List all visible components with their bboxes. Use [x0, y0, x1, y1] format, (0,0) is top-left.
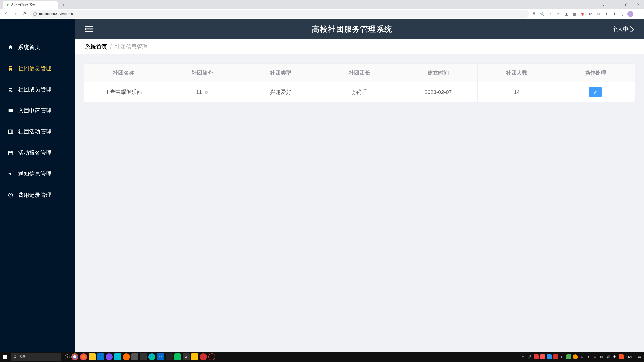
collapse-menu-button[interactable]: [85, 26, 93, 32]
sidebar-item-club-info[interactable]: 社团信息管理: [0, 58, 75, 79]
taskbar-app-gray1[interactable]: [131, 353, 138, 360]
svg-point-14: [14, 356, 16, 358]
taskbar-search[interactable]: 搜索: [11, 353, 61, 361]
svg-rect-11: [5, 355, 7, 357]
tray-mic-icon[interactable]: 🎤: [527, 354, 532, 359]
envelope-icon: [8, 108, 14, 113]
edit-button[interactable]: [589, 87, 602, 97]
app-header: 高校社团服务管理系统 个人中心: [75, 19, 644, 39]
shield-icon[interactable]: ◉: [579, 11, 586, 17]
taskbar-app-yellow[interactable]: [191, 353, 198, 360]
share-icon[interactable]: ⇪: [547, 11, 553, 17]
panel-icon[interactable]: ▯: [619, 11, 626, 17]
reload-button[interactable]: [21, 10, 28, 17]
window-minimize-button[interactable]: —: [609, 0, 621, 9]
sidebar-item-activity[interactable]: 社团活动管理: [0, 121, 75, 142]
tray-p3-icon[interactable]: ♣: [592, 354, 597, 359]
back-button[interactable]: [3, 10, 10, 17]
taskbar-app-explorer[interactable]: [89, 353, 96, 360]
tray-red3-icon[interactable]: [553, 354, 558, 359]
taskbar-app-firefox[interactable]: [80, 353, 87, 360]
sidebar-item-fee[interactable]: 费用记录管理: [0, 185, 75, 206]
sidebar-item-members[interactable]: 社团成员管理: [0, 79, 75, 100]
tray-net-icon[interactable]: ▥: [599, 354, 604, 359]
tray-red1-icon[interactable]: [534, 354, 539, 359]
browser-tab[interactable]: 高校社团服务系统 ✕: [3, 1, 58, 9]
svg-point-1: [11, 88, 12, 89]
taskbar-app-gray2[interactable]: [140, 353, 147, 360]
breadcrumb-current: 社团信息管理: [115, 43, 148, 51]
tray-green-icon[interactable]: [566, 354, 571, 359]
club-table: 社团名称 社团简介 社团类型 社团团长 建立时间 社团人数 操作处理 王者荣耀俱…: [84, 63, 635, 102]
taskbar-app-edge[interactable]: [148, 353, 155, 360]
svg-rect-12: [3, 357, 5, 359]
tray-orange-icon[interactable]: [573, 354, 578, 359]
sidebar-item-label: 系统首页: [18, 43, 40, 51]
window-dropdown-icon[interactable]: ⌄: [598, 0, 609, 9]
profile-avatar[interactable]: [627, 11, 633, 17]
address-bar: i localhost:8080/#/teams ⚿ 🔍 ⇪ ☆ ▣ ▤ ◉ ✿…: [0, 9, 644, 19]
svg-rect-7: [85, 31, 93, 32]
leaf-icon[interactable]: ✿: [587, 11, 594, 17]
tray-p2-icon[interactable]: ♣: [586, 354, 591, 359]
tray-ime-icon[interactable]: 中: [612, 354, 617, 359]
site-info-icon[interactable]: i: [33, 12, 37, 16]
start-button[interactable]: [0, 352, 10, 362]
tray-notification-icon[interactable]: ▭: [637, 354, 642, 359]
taskbar-app-dark[interactable]: [166, 353, 173, 360]
sidebar-item-label: 活动报名管理: [18, 149, 51, 157]
taskbar-app-cortana[interactable]: ○: [65, 354, 70, 359]
menu-icon[interactable]: ⋮: [635, 11, 641, 17]
taskbar-app-rec[interactable]: [208, 353, 215, 360]
taskbar-app-w[interactable]: W: [183, 353, 190, 360]
cell-leader: 孙尚香: [320, 82, 399, 102]
tray-p1-icon[interactable]: ♣: [579, 354, 584, 359]
svg-rect-5: [85, 26, 93, 27]
taskbar-app-red[interactable]: [200, 353, 207, 360]
sidebar-item-home[interactable]: 系统首页: [0, 37, 75, 58]
forward-button[interactable]: [12, 10, 19, 17]
users-icon: [8, 87, 14, 92]
tray-red2-icon[interactable]: [540, 354, 545, 359]
taskbar-app-u[interactable]: U: [157, 353, 164, 360]
tray-vol-icon[interactable]: 🔊: [606, 354, 611, 359]
key-icon[interactable]: ⚿: [531, 11, 537, 17]
tray-chevron-up-icon[interactable]: ^: [520, 354, 526, 359]
tray-fire-icon[interactable]: [619, 354, 624, 359]
zoom-icon[interactable]: 🔍: [539, 11, 545, 17]
puzzle-icon[interactable]: ✦: [603, 11, 610, 17]
sidebar-item-application[interactable]: 入团申请管理: [0, 100, 75, 121]
breadcrumb-root[interactable]: 系统首页: [85, 43, 107, 51]
breadcrumb-separator: /: [110, 43, 112, 50]
taskbar-app-orange[interactable]: [123, 353, 130, 360]
sidebar-item-notice[interactable]: 通知信息管理: [0, 163, 75, 185]
personal-center-link[interactable]: 个人中心: [612, 25, 634, 33]
copy-icon[interactable]: [204, 90, 208, 94]
search-icon: [14, 355, 17, 359]
sidebar-item-label: 通知信息管理: [18, 170, 51, 178]
copy-icon[interactable]: ⧉: [595, 11, 602, 17]
download-icon[interactable]: ⬇: [611, 11, 618, 17]
window-maximize-button[interactable]: ▢: [621, 0, 632, 9]
close-tab-icon[interactable]: ✕: [52, 3, 55, 7]
wallet-icon[interactable]: ▤: [571, 11, 578, 17]
taskbar-app-purple[interactable]: [106, 353, 113, 360]
star-icon[interactable]: ☆: [555, 11, 561, 17]
tray-gray-icon[interactable]: ◐: [560, 354, 565, 359]
taskbar-app-teal[interactable]: [114, 353, 121, 360]
new-tab-button[interactable]: +: [60, 2, 67, 8]
url-text: localhost:8080/#/teams: [39, 12, 73, 16]
table-icon: [8, 129, 14, 134]
window-close-button[interactable]: ✕: [632, 0, 644, 9]
sidebar: 系统首页 社团信息管理 社团成员管理 入团申请管理 社团活动管理: [0, 19, 75, 352]
sidebar-item-label: 社团成员管理: [18, 86, 51, 93]
tray-clock[interactable]: 16:10: [626, 355, 634, 359]
taskbar-app-wechat[interactable]: [174, 353, 181, 360]
taskbar-apps: ○ U W: [65, 353, 215, 360]
url-field[interactable]: i localhost:8080/#/teams: [30, 10, 529, 18]
camera-icon[interactable]: ▣: [563, 11, 570, 17]
tray-blue-icon[interactable]: [547, 354, 552, 359]
taskbar-app-store[interactable]: [97, 353, 104, 360]
taskbar-app-chrome[interactable]: [71, 353, 78, 360]
sidebar-item-signup[interactable]: 活动报名管理: [0, 142, 75, 163]
